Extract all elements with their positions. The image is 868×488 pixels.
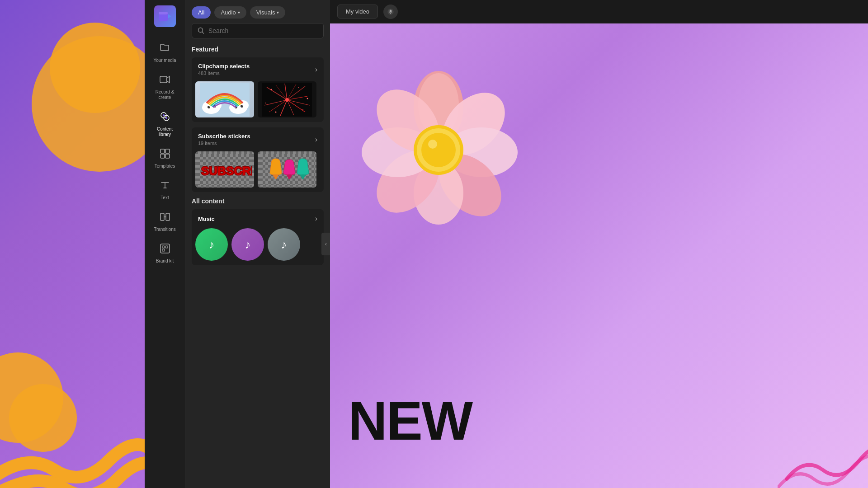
filter-all-button[interactable]: All	[192, 6, 211, 19]
pink-squiggle-svg	[778, 420, 868, 488]
canvas-new-text: NEW	[348, 389, 472, 452]
my-video-button[interactable]: My video	[337, 5, 378, 19]
notification-icon	[387, 8, 395, 16]
svg-rect-10	[160, 154, 165, 158]
content-panel: All Audio ▾ Visuals ▾ Featured Clipchamp…	[185, 0, 330, 488]
scroll-area[interactable]: Featured Clipchamp selects 483 items ›	[185, 43, 330, 488]
subscribe-stickers-card[interactable]: Subscribe stickers 19 items ›	[192, 127, 324, 192]
transitions-icon	[160, 211, 170, 225]
subscribe-stickers-thumb-1: SUBSCRIBE +	[195, 151, 254, 188]
filter-audio-button[interactable]: Audio ▾	[214, 6, 246, 19]
sidebar-label-brand-kit: Brand kit	[156, 258, 174, 264]
canvas-background: NEW	[330, 23, 868, 488]
svg-rect-17	[162, 249, 165, 251]
svg-point-71	[302, 176, 304, 179]
canvas-flower	[353, 60, 524, 231]
app-logo[interactable]	[154, 5, 176, 27]
svg-point-23	[208, 106, 210, 108]
clipchamp-selects-header[interactable]: Clipchamp selects 483 items ›	[192, 57, 324, 81]
orange-circle-top	[50, 23, 140, 113]
svg-rect-16	[165, 246, 168, 248]
music-card[interactable]: Music › ♪ ♪ ♪	[192, 209, 324, 265]
clipchamp-selects-info: Clipchamp selects 483 items	[198, 63, 250, 76]
sidebar-item-transitions[interactable]: Transitions	[148, 207, 182, 237]
sidebar-item-templates[interactable]: Templates	[148, 144, 182, 174]
svg-point-53	[265, 103, 266, 103]
subscribe-stickers-title: Subscribe stickers	[198, 133, 250, 140]
svg-point-50	[307, 98, 308, 99]
svg-rect-8	[160, 149, 165, 153]
svg-point-31	[241, 105, 243, 108]
audio-chevron-icon: ▾	[238, 10, 240, 15]
sidebar-item-brand-kit[interactable]: Brand kit	[148, 239, 182, 268]
subscribe-stickers-arrow-icon: ›	[315, 136, 317, 144]
sidebar-label-record-create: Record & create	[156, 89, 175, 100]
music-card-header[interactable]: Music ›	[192, 209, 324, 228]
clipchamp-selects-count: 483 items	[198, 70, 250, 76]
svg-rect-11	[165, 154, 170, 158]
svg-point-25	[209, 106, 210, 107]
search-input[interactable]	[208, 27, 318, 34]
music-arrow-icon: ›	[315, 215, 317, 223]
search-icon	[198, 27, 205, 34]
sidebar-item-content-library[interactable]: Content library	[148, 107, 182, 142]
svg-text:+: +	[241, 166, 246, 177]
music-thumbnails: ♪ ♪ ♪	[192, 228, 324, 265]
clipchamp-selects-thumb-1	[195, 81, 254, 117]
templates-icon	[160, 148, 170, 162]
svg-point-85	[421, 133, 456, 167]
folder-icon	[160, 42, 170, 56]
clipchamp-selects-card[interactable]: Clipchamp selects 483 items ›	[192, 57, 324, 122]
subscribe-stickers-header[interactable]: Subscribe stickers 19 items ›	[192, 127, 324, 151]
sidebar-label-templates: Templates	[155, 164, 175, 169]
svg-rect-14	[160, 244, 170, 253]
subscribe-stickers-thumbnails: SUBSCRIBE +	[192, 151, 324, 192]
subscribe-stickers-count: 19 items	[198, 141, 250, 146]
svg-point-69	[288, 176, 291, 179]
svg-rect-3	[160, 76, 167, 83]
collapse-icon: ‹	[325, 241, 327, 247]
subscribe-stickers-info: Subscribe stickers 19 items	[198, 133, 250, 146]
svg-marker-1	[168, 14, 171, 19]
svg-point-52	[275, 111, 277, 113]
svg-rect-12	[160, 213, 164, 221]
subscribe-stickers-thumb-2	[258, 151, 316, 188]
svg-rect-13	[166, 213, 170, 221]
sidebar-item-your-media[interactable]: Your media	[148, 38, 182, 68]
left-squiggle-svg	[0, 352, 145, 488]
svg-point-51	[302, 109, 303, 110]
clipchamp-selects-title: Clipchamp selects	[198, 63, 250, 70]
filter-visuals-button[interactable]: Visuals ▾	[250, 6, 286, 19]
sidebar-label-text: Text	[160, 195, 169, 201]
clipchamp-selects-thumb-2	[258, 81, 316, 117]
sidebar-label-content-library: Content library	[151, 127, 179, 137]
left-decorative-bg	[0, 0, 145, 488]
sidebar-item-text[interactable]: Text	[148, 175, 182, 205]
music-title: Music	[198, 216, 215, 222]
record-icon	[160, 74, 170, 88]
svg-point-6	[163, 114, 165, 116]
svg-rect-2	[159, 12, 168, 14]
clipchamp-selects-thumbnails	[192, 81, 324, 122]
music-thumb-3: ♪	[268, 228, 300, 261]
top-bar: My video	[330, 0, 868, 23]
sidebar-item-record-create[interactable]: Record & create	[148, 70, 182, 105]
collapse-panel-button[interactable]: ‹	[321, 233, 330, 255]
notification-button[interactable]	[383, 5, 398, 19]
visuals-chevron-icon: ▾	[277, 10, 279, 15]
svg-rect-15	[162, 246, 165, 248]
sidebar-label-transitions: Transitions	[154, 227, 176, 232]
svg-point-7	[165, 117, 167, 119]
svg-point-86	[428, 140, 437, 149]
app-sidebar: Your media Record & create Content libra…	[145, 0, 185, 488]
search-bar	[192, 23, 324, 38]
preview-area: My video	[330, 0, 868, 488]
svg-point-49	[298, 87, 299, 88]
svg-point-47	[285, 98, 289, 102]
svg-point-48	[271, 89, 272, 90]
all-content-section-title: All content	[192, 197, 324, 205]
featured-section-title: Featured	[192, 46, 324, 53]
content-library-icon	[160, 111, 170, 125]
svg-point-73	[390, 13, 391, 14]
text-icon	[160, 180, 170, 193]
